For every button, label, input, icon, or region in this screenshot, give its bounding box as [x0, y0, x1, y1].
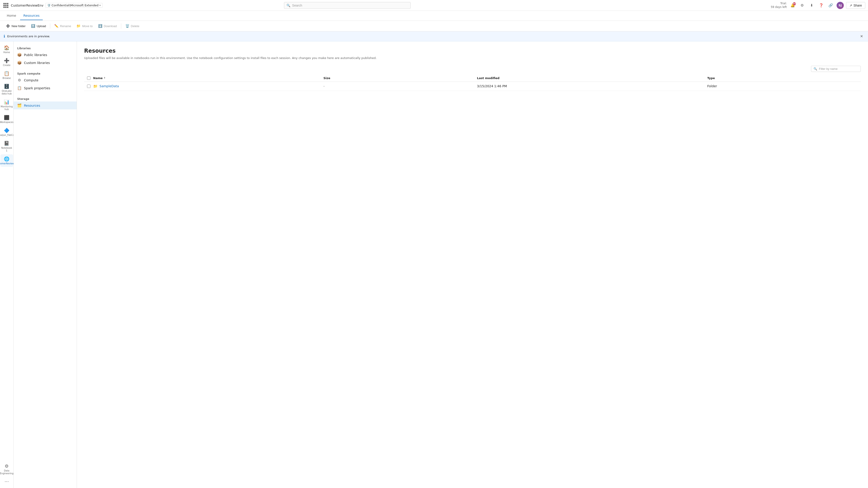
sidebar-item-browse[interactable]: 📋 Browse — [0, 69, 13, 82]
table-top-bar: 🔍 — [84, 66, 861, 72]
share-button[interactable]: ↗ Share — [846, 2, 865, 9]
rename-icon: ✏️ — [54, 24, 59, 28]
workspaces-icon: ⬛ — [4, 115, 9, 120]
libraries-section-title: Libraries — [13, 45, 76, 51]
search-input[interactable] — [292, 4, 408, 7]
env-nav-custom-libraries[interactable]: 📦 Custom libraries — [13, 59, 76, 67]
trial-line1: Trial: — [771, 2, 787, 5]
download-icon: ⬇️ — [98, 24, 102, 28]
topbar-right: Trial: 59 days left 🔔 55 ⚙️ ⬇️ ❓ 🔗 SJ ↗ … — [771, 2, 865, 9]
tab-home[interactable]: Home — [4, 11, 19, 20]
sidebar-item-data-engineering[interactable]: ⚙️ Data Engineering — [0, 461, 13, 477]
table-header: Name ↑ Size Last modified Type — [84, 74, 861, 82]
row-check — [84, 85, 93, 88]
env-nav-public-libraries[interactable]: 📦 Public libraries — [13, 51, 76, 59]
more-icon: ··· — [4, 479, 9, 484]
env-nav-spark-properties[interactable]: 📋 Spark properties — [13, 84, 76, 92]
topbar-left: CustomerReviewEnv 🛡️ Confidential\Micros… — [3, 2, 103, 9]
env-nav-compute[interactable]: ⚙️ Compute — [13, 76, 76, 84]
header-size: Size — [323, 76, 477, 80]
notification-button[interactable]: 🔔 55 — [789, 2, 796, 9]
sidebar-item-create[interactable]: ➕ Create — [0, 56, 13, 68]
customerreview-icon: 🌐 — [4, 156, 9, 162]
toolbar: ➕ New folder ⬆️ Upload ✏️ Rename 📁 Move … — [0, 21, 868, 31]
main-layout: 🏠 Home ➕ Create 📋 Browse 🗄️ OneLake data… — [0, 41, 868, 488]
toolbar-separator-1 — [50, 23, 50, 29]
folder-icon: 📁 — [93, 84, 98, 88]
sidebar-item-workspaces[interactable]: ⬛ Workspaces — [0, 113, 13, 125]
select-all-checkbox[interactable] — [87, 76, 90, 80]
compute-label: Compute — [24, 78, 38, 82]
env-nav: Libraries 📦 Public libraries 📦 Custom li… — [13, 41, 77, 488]
public-libraries-label: Public libraries — [24, 53, 47, 57]
toolbar-separator-2 — [121, 23, 121, 29]
home-icon: 🏠 — [4, 45, 9, 51]
workspace-name: CustomerReviewEnv — [11, 4, 43, 7]
move-to-button[interactable]: 📁 Move to — [74, 23, 95, 29]
grid-icon — [3, 3, 8, 8]
sidebar-item-customerreview[interactable]: 🌐 CustomerReviewEnv — [0, 154, 13, 167]
settings-button[interactable]: ⚙️ — [799, 2, 806, 9]
sidebar-item-onelake-label: OneLake data hub — [1, 90, 12, 95]
sidebar-item-home[interactable]: 🏠 Home — [0, 43, 13, 56]
share-label: Share — [854, 4, 862, 7]
storage-section-title: Storage — [13, 96, 76, 101]
spark-section-title: Spark compute — [13, 70, 76, 76]
new-folder-button[interactable]: ➕ New folder — [4, 23, 28, 29]
sidebar-more-button[interactable]: ··· — [0, 477, 13, 486]
row-name[interactable]: 📁 SampleData — [93, 84, 323, 88]
resources-icon: 🗂️ — [17, 103, 22, 107]
spark-properties-icon: 📋 — [17, 86, 22, 90]
notebook-icon: 📓 — [4, 140, 9, 146]
row-modified: 3/15/2024 1:46 PM — [477, 84, 708, 88]
rename-button[interactable]: ✏️ Rename — [52, 23, 73, 29]
table-row: 📁 SampleData - 3/15/2024 1:46 PM Folder — [84, 82, 861, 91]
browse-icon: 📋 — [4, 71, 9, 76]
tab-resources[interactable]: Resources — [20, 11, 43, 20]
notification-badge: 55 — [793, 2, 796, 5]
filter-input[interactable] — [819, 67, 858, 70]
row-name-label: SampleData — [99, 84, 119, 88]
download-toolbar-button[interactable]: ⬇️ Download — [96, 23, 119, 29]
sidebar-item-notebook1-label: Notebook 1 — [1, 147, 12, 152]
page-title: Resources — [84, 48, 861, 54]
sidebar-item-shaijun[interactable]: 🔷 Shaijun_FabCon — [0, 126, 13, 138]
row-size: - — [323, 84, 477, 88]
search-wrapper: 🔍 — [284, 2, 411, 9]
upload-button[interactable]: ⬆️ Upload — [29, 23, 48, 29]
delete-button[interactable]: 🗑️ Delete — [123, 23, 142, 29]
shield-icon: 🛡️ — [47, 4, 51, 7]
sidebar-item-browse-label: Browse — [2, 77, 11, 79]
preview-banner-close-button[interactable]: ✕ — [859, 34, 864, 39]
resources-label: Resources — [24, 104, 40, 107]
download-label: Download — [104, 24, 117, 28]
confidentiality-badge[interactable]: 🛡️ Confidential\Microsoft Extended ▾ — [45, 3, 103, 8]
download-button[interactable]: ⬇️ — [808, 2, 815, 9]
content-area: Resources Uploaded files will be availab… — [77, 41, 868, 488]
header-name: Name ↑ — [93, 76, 323, 80]
custom-libraries-label: Custom libraries — [24, 61, 50, 65]
sidebar-item-notebook1[interactable]: 📓 Notebook 1 — [0, 139, 13, 154]
preview-banner-text: Environments are in preview. — [7, 35, 857, 38]
sidebar-item-monitoring-label: Monitoring hub — [1, 105, 13, 111]
avatar[interactable]: SJ — [837, 2, 844, 9]
sidebar-item-monitoring[interactable]: 📊 Monitoring hub — [0, 97, 13, 112]
trial-line2: 59 days left — [771, 5, 787, 9]
help-button[interactable]: ❓ — [817, 2, 825, 9]
header-check — [84, 76, 93, 80]
row-checkbox[interactable] — [87, 85, 90, 88]
topbar: CustomerReviewEnv 🛡️ Confidential\Micros… — [0, 0, 868, 11]
left-sidebar: 🏠 Home ➕ Create 📋 Browse 🗄️ OneLake data… — [0, 41, 13, 488]
new-folder-label: New folder — [11, 24, 26, 28]
sidebar-item-onelake[interactable]: 🗄️ OneLake data hub — [0, 82, 13, 97]
filter-search-icon: 🔍 — [813, 67, 817, 70]
data-engineering-icon: ⚙️ — [4, 463, 9, 469]
share-icon-button[interactable]: 🔗 — [827, 2, 834, 9]
app-grid-button[interactable] — [3, 2, 9, 9]
delete-label: Delete — [131, 24, 140, 28]
public-libraries-icon: 📦 — [17, 53, 22, 57]
sidebar-item-shaijun-label: Shaijun_FabCon — [0, 134, 16, 136]
env-nav-resources[interactable]: 🗂️ Resources — [13, 101, 76, 109]
content-description: Uploaded files will be available in note… — [84, 56, 861, 60]
confidentiality-label: Confidential\Microsoft Extended — [52, 4, 99, 7]
